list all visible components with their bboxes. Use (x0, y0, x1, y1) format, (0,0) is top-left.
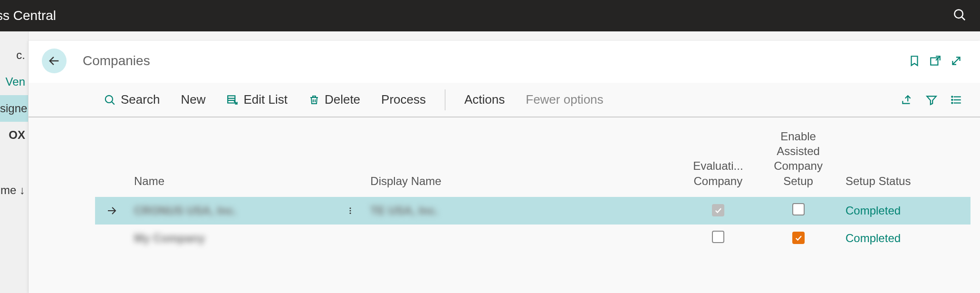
bg-nav-item: OX (0, 122, 28, 148)
svg-line-5 (952, 57, 960, 64)
enable-setup-checkbox[interactable] (792, 203, 805, 215)
fewer-options-label: Fewer options (526, 92, 603, 107)
share-icon[interactable] (896, 89, 917, 110)
list-view-icon[interactable] (946, 89, 967, 110)
svg-point-0 (954, 10, 963, 18)
list-toolbar: Search New Edit List Delete Process Acti… (29, 83, 980, 117)
row-select-arrow-icon (101, 205, 123, 216)
edit-list-label: Edit List (243, 92, 288, 107)
svg-point-19 (951, 102, 952, 103)
enable-setup-checkbox[interactable] (792, 232, 805, 244)
popout-icon[interactable] (925, 50, 946, 71)
actions-button[interactable]: Actions (456, 88, 513, 111)
svg-point-22 (350, 210, 351, 211)
delete-button[interactable]: Delete (300, 88, 369, 111)
page-header: Companies (29, 41, 980, 83)
new-button[interactable]: New (172, 88, 214, 111)
delete-label: Delete (325, 92, 360, 107)
col-display-name[interactable]: Display Name (365, 117, 679, 197)
bg-nav-item: Ven (0, 68, 28, 95)
eval-company-checkbox[interactable] (712, 231, 724, 243)
svg-line-7 (112, 102, 114, 104)
back-button[interactable] (42, 49, 67, 73)
page-title: Companies (83, 53, 150, 68)
svg-point-23 (350, 213, 351, 214)
svg-point-18 (951, 99, 952, 100)
new-label: New (181, 92, 205, 107)
filter-icon[interactable] (921, 89, 942, 110)
cell-name: My Company (134, 232, 205, 244)
svg-point-6 (106, 95, 113, 102)
app-topbar: ss Central (0, 0, 980, 31)
col-enable-setup[interactable]: Enable Assisted Company Setup (757, 117, 840, 197)
content-area: Search New Edit List Delete Process Acti… (29, 83, 980, 293)
bg-nav-item: me ↓ (0, 177, 28, 204)
toolbar-separator (445, 89, 445, 110)
process-button[interactable]: Process (373, 88, 434, 111)
search-label: Search (121, 92, 160, 107)
cell-display-name: TE USA, Inc. (370, 204, 438, 217)
edit-list-icon (226, 94, 239, 106)
search-button[interactable]: Search (95, 88, 168, 111)
delete-icon (308, 94, 320, 106)
bookmark-icon[interactable] (904, 50, 925, 71)
companies-table: Name Display Name Evaluati... Company En… (95, 117, 970, 252)
svg-point-21 (350, 207, 351, 209)
main-card: Companies Search New Edit List (29, 41, 980, 293)
cell-name: CRONUS USA, Inc. (134, 204, 237, 217)
bg-nav-item: c. (0, 42, 28, 68)
global-search-icon[interactable] (952, 8, 967, 24)
eval-company-checkbox (712, 204, 724, 216)
svg-line-1 (962, 17, 965, 20)
actions-label: Actions (464, 92, 505, 107)
svg-rect-8 (228, 96, 235, 103)
table-row[interactable]: My Company Completed (95, 225, 970, 252)
setup-status-link[interactable]: Completed (845, 204, 901, 217)
row-more-icon[interactable] (342, 205, 359, 216)
col-setup-status[interactable]: Setup Status (840, 117, 970, 197)
col-name[interactable]: Name (128, 117, 336, 197)
background-sidebar: c. Ven signe OX me ↓ (0, 31, 29, 293)
table-row[interactable]: CRONUS USA, Inc. TE USA, Inc. (95, 197, 970, 225)
expand-icon[interactable] (946, 50, 967, 71)
fewer-options-button[interactable]: Fewer options (517, 88, 612, 111)
bg-nav-item: signe (0, 95, 28, 122)
process-label: Process (381, 92, 426, 107)
table-wrap: Name Display Name Evaluati... Company En… (29, 117, 980, 252)
setup-status-link[interactable]: Completed (845, 232, 901, 244)
svg-point-17 (951, 96, 952, 97)
bg-nav-spacer (0, 148, 28, 177)
search-icon (104, 94, 116, 106)
col-eval-company[interactable]: Evaluati... Company (680, 117, 757, 197)
edit-list-button[interactable]: Edit List (218, 88, 296, 111)
app-title: ss Central (0, 8, 56, 23)
